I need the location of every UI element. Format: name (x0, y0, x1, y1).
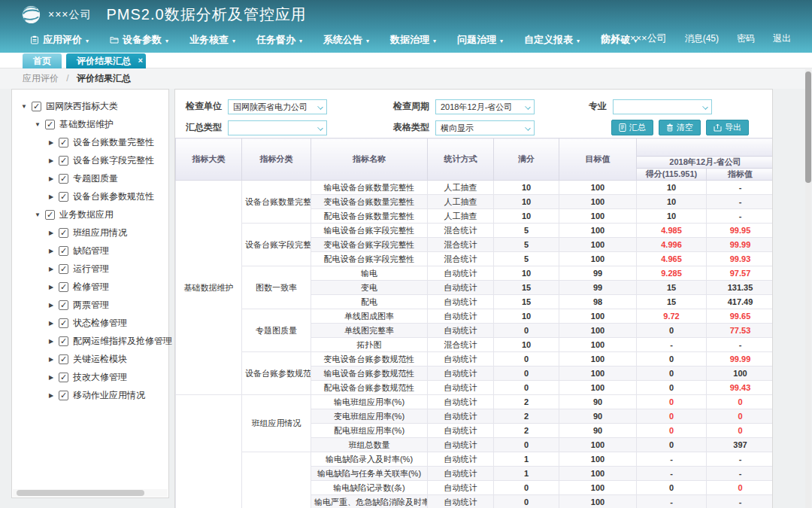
indicator-name-cell: 输电缺陷录入及时率(%) (311, 452, 428, 467)
score-cell: 10 (637, 181, 707, 195)
full-score-cell: 15 (494, 281, 559, 295)
checkbox-checked[interactable]: ✓ (45, 210, 55, 220)
chevron-collapsed-icon[interactable]: ▶ (46, 320, 56, 327)
tree-item[interactable]: ▶✓缺陷管理 (12, 242, 168, 260)
chevron-collapsed-icon[interactable]: ▶ (46, 338, 56, 345)
checkbox-checked[interactable]: ✓ (59, 192, 68, 202)
checkbox-checked[interactable]: ✓ (59, 138, 68, 148)
chevron-collapsed-icon[interactable]: ▶ (46, 302, 56, 309)
checkbox-checked[interactable]: ✓ (59, 391, 68, 400)
tree-item[interactable]: ▶✓设备台账字段完整性 (12, 151, 168, 169)
chevron-expanded-icon[interactable]: ▼ (32, 121, 43, 128)
messages-link[interactable]: 消息(45) (685, 32, 719, 45)
target-value-cell: 100 (559, 195, 637, 209)
summary-button[interactable]: 汇总 (611, 120, 653, 135)
nav-item-issue-governance[interactable]: 问题治理▾ (457, 33, 503, 47)
full-score-cell: 10 (494, 338, 559, 352)
chevron-collapsed-icon[interactable]: ▶ (46, 193, 56, 200)
tree-item[interactable]: ▼✓基础数据维护 (12, 115, 168, 133)
summary-type-select[interactable] (228, 120, 327, 135)
check-unit-select[interactable]: 国网陕西省电力公司 (228, 99, 327, 114)
nav-item-business-check[interactable]: 业务核查▾ (189, 33, 235, 47)
tree-item[interactable]: ▶✓设备台账参数规范性 (12, 187, 168, 205)
close-icon[interactable]: × (138, 53, 143, 68)
checkbox-checked[interactable]: ✓ (59, 336, 68, 346)
checkbox-checked[interactable]: ✓ (59, 318, 68, 328)
tree-item[interactable]: ▶✓班组应用情况 (12, 224, 168, 242)
tree-item-label: 检修管理 (73, 281, 109, 294)
breadcrumb-parent[interactable]: 应用评价 (23, 73, 59, 84)
nav-item-system-notice[interactable]: 系统公告▾ (323, 33, 369, 47)
chevron-collapsed-icon[interactable]: ▶ (46, 284, 56, 291)
tree-item[interactable]: ▼✓国网陕西指标大类 (12, 97, 168, 115)
nav-item-app-evaluation[interactable]: 应用评价▾ (30, 33, 89, 47)
main-nav-items: 应用评价▾设备参数▾业务核查▾任务督办▾系统公告▾数据治理▾问题治理▾自定义报表… (30, 30, 637, 50)
tree-item[interactable]: ▶✓检修管理 (12, 278, 168, 296)
table-type-select[interactable]: 横向显示 (435, 120, 535, 135)
chevron-collapsed-icon[interactable]: ▶ (46, 266, 56, 272)
scrollbar-thumb[interactable] (805, 71, 811, 183)
checkbox-checked[interactable]: ✓ (59, 228, 68, 238)
password-link[interactable]: 密码 (737, 32, 755, 45)
checkbox-checked[interactable]: ✓ (59, 354, 68, 364)
checkbox-checked[interactable]: ✓ (59, 300, 68, 310)
checkbox-checked[interactable]: ✓ (32, 102, 41, 111)
chevron-collapsed-icon[interactable]: ▶ (46, 157, 56, 164)
chevron-collapsed-icon[interactable]: ▶ (46, 356, 56, 363)
check-period-select[interactable]: 2018年12月-省公司 (435, 99, 535, 114)
chevron-collapsed-icon[interactable]: ▶ (46, 374, 56, 381)
tree-item[interactable]: ▶✓两票管理 (12, 296, 168, 314)
group-cell: 图数一致率 (242, 266, 311, 309)
sidebar-horizontal-scrollbar[interactable] (13, 489, 168, 497)
target-value-cell: 100 (559, 367, 637, 381)
export-button[interactable]: 导出 (706, 120, 749, 135)
checkbox-checked[interactable]: ✓ (59, 246, 68, 256)
nav-item-device-params[interactable]: 设备参数▾ (110, 33, 168, 47)
nav-item-custom-report[interactable]: 自定义报表▾ (524, 33, 580, 47)
value-cell: 131.35 (707, 281, 774, 295)
nav-item-data-governance[interactable]: 数据治理▾ (390, 33, 436, 47)
tree-item[interactable]: ▶✓技改大修管理 (12, 368, 168, 386)
button-label: 导出 (725, 122, 741, 133)
tree-item[interactable]: ▶✓设备台账数量完整性 (12, 133, 168, 151)
chevron-expanded-icon[interactable]: ▼ (19, 103, 29, 110)
nav-item-label: 任务督办 (256, 33, 295, 47)
tree-item[interactable]: ▶✓运行管理 (12, 260, 168, 278)
specialty-select[interactable] (613, 99, 712, 114)
group-cell: 班组应用情况 (242, 395, 311, 452)
checkbox-checked[interactable]: ✓ (59, 264, 68, 274)
checkbox-checked[interactable]: ✓ (59, 156, 68, 166)
logout-link[interactable]: 退出 (773, 32, 791, 45)
indicator-name-cell: 输电设备台账参数规范性 (311, 367, 428, 381)
brand-row: ×××公司 PMS2.0数据分析及管控应用 (21, 5, 307, 25)
full-score-cell: 10 (494, 195, 559, 209)
tree-item[interactable]: ▶✓状态检修管理 (12, 314, 168, 332)
tree-item[interactable]: ▶✓专题图质量 (12, 169, 168, 187)
page-vertical-scrollbar[interactable] (805, 69, 811, 508)
indicator-name-cell: 单线图成图率 (311, 309, 428, 324)
chevron-expanded-icon[interactable]: ▼ (32, 211, 43, 218)
indicator-name-cell: 配电设备台账数量完整性 (311, 209, 428, 224)
tree-item-label: 两票管理 (73, 299, 109, 312)
checkbox-checked[interactable]: ✓ (59, 174, 68, 184)
stat-method-cell: 混合统计 (428, 224, 494, 238)
checkbox-checked[interactable]: ✓ (45, 120, 55, 129)
indicator-name-cell: 变电 (311, 281, 428, 295)
tree-item[interactable]: ▶✓关键运检模块 (12, 350, 168, 368)
scrollbar-thumb[interactable] (17, 490, 144, 496)
stat-method-cell: 自动统计 (428, 424, 494, 438)
chevron-collapsed-icon[interactable]: ▶ (46, 248, 56, 254)
chevron-collapsed-icon[interactable]: ▶ (46, 139, 56, 146)
chevron-collapsed-icon[interactable]: ▶ (46, 230, 56, 236)
tree-item[interactable]: ▶✓配网运维指挥及抢修管理 (12, 332, 168, 350)
nav-item-task-supervision[interactable]: 任务督办▾ (256, 33, 302, 47)
tab-evaluation-results[interactable]: 评价结果汇总 × (66, 53, 146, 68)
tree-item[interactable]: ▼✓业务数据应用 (12, 205, 168, 224)
chevron-collapsed-icon[interactable]: ▶ (46, 392, 56, 399)
chevron-collapsed-icon[interactable]: ▶ (46, 175, 56, 182)
tab-home[interactable]: 首页 (23, 53, 62, 68)
checkbox-checked[interactable]: ✓ (59, 282, 68, 292)
checkbox-checked[interactable]: ✓ (59, 373, 68, 382)
tree-item[interactable]: ▶✓移动作业应用情况 (12, 386, 168, 404)
clear-button[interactable]: 清空 (659, 120, 701, 135)
